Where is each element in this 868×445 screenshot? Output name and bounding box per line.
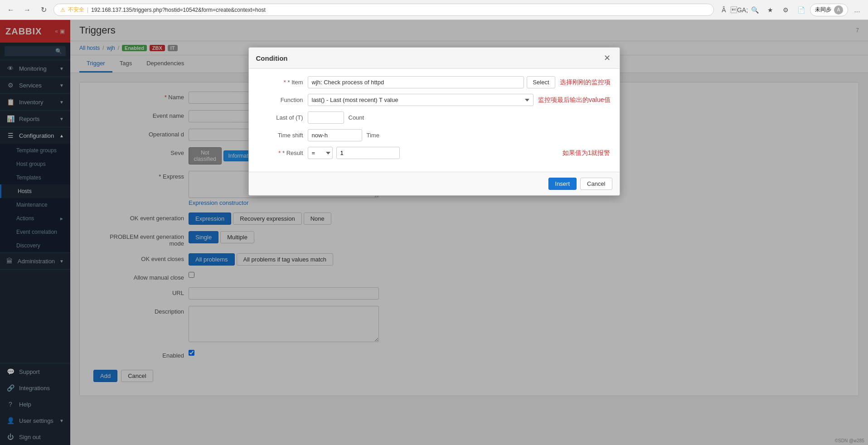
settings-btn[interactable]: ⚙ xyxy=(779,4,792,16)
forward-button[interactable]: → xyxy=(21,4,34,16)
modal-row-function: Function last() - Last (most recent) T v… xyxy=(258,94,611,106)
result-operator-select[interactable]: = < > <= >= ≠ xyxy=(308,147,333,159)
annotation-select: 选择刚刚的监控项 xyxy=(560,78,611,87)
item-input-wrap: Select xyxy=(308,76,555,88)
back-button[interactable]: ← xyxy=(5,4,17,16)
modal-cancel-button[interactable]: Cancel xyxy=(580,178,612,190)
modal-label-item: * * Item xyxy=(258,79,303,86)
translate-btn[interactable]: GA; xyxy=(733,4,746,16)
modal-label-result: * * Result xyxy=(258,150,303,156)
function-select[interactable]: last() - Last (most recent) T valueavg()… xyxy=(308,94,534,106)
count-label: Count xyxy=(349,114,364,121)
modal-label-last-of-t: Last of (T) xyxy=(258,114,303,121)
modal-body: * * Item Select 选择刚刚的监控项 Function last()… xyxy=(249,69,620,172)
modal-overlay: Condition ✕ * * Item Select 选择刚刚的监控项 Fun… xyxy=(0,20,868,445)
security-icon: ⚠ xyxy=(60,7,65,13)
result-wrap: = < > <= >= ≠ xyxy=(308,147,558,159)
search-btn[interactable]: 🔍 xyxy=(748,4,761,16)
time-label: Time xyxy=(367,132,379,139)
condition-modal: Condition ✕ * * Item Select 选择刚刚的监控项 Fun… xyxy=(248,47,620,196)
profile-label: 未同步 xyxy=(815,6,831,14)
item-input[interactable] xyxy=(308,76,524,88)
modal-title: Condition xyxy=(256,54,288,62)
browser-actions: Â GA; 🔍 ★ ⚙ 📄 未同步 A … xyxy=(718,4,863,16)
modal-row-item: * * Item Select 选择刚刚的监控项 xyxy=(258,76,611,88)
time-shift-input[interactable] xyxy=(308,129,362,141)
modal-row-time-shift: Time shift Time xyxy=(258,129,611,141)
annotation-function: 监控项最后输出的value值 xyxy=(538,96,610,104)
select-button[interactable]: Select xyxy=(527,76,555,88)
favorites-btn[interactable]: ★ xyxy=(764,4,776,16)
annotation-result: 如果值为1就报警 xyxy=(563,149,611,157)
collections-btn[interactable]: 📄 xyxy=(795,4,807,16)
url-text: 192.168.137.135/triggers.php?hostid=1054… xyxy=(91,7,707,13)
avatar: A xyxy=(834,5,843,15)
modal-label-time-shift: Time shift xyxy=(258,132,303,139)
reload-button[interactable]: ↻ xyxy=(37,4,50,16)
modal-header: Condition ✕ xyxy=(249,48,620,69)
reader-mode-btn[interactable]: Â xyxy=(718,4,730,16)
insert-button[interactable]: Insert xyxy=(548,178,577,190)
modal-row-result: * * Result = < > <= >= ≠ 如果值为1就报警 xyxy=(258,147,611,159)
modal-label-function: Function xyxy=(258,97,303,103)
browser-chrome: ← → ↻ ⚠ 不安全 | 192.168.137.135/triggers.p… xyxy=(0,0,868,20)
modal-footer: Insert Cancel xyxy=(249,172,620,195)
profile-button[interactable]: 未同步 A xyxy=(810,4,848,16)
more-btn[interactable]: … xyxy=(851,4,863,16)
address-bar[interactable]: ⚠ 不安全 | 192.168.137.135/triggers.php?hos… xyxy=(53,4,714,16)
modal-close-button[interactable]: ✕ xyxy=(602,53,612,63)
result-input[interactable] xyxy=(336,147,400,159)
modal-row-last-of-t: Last of (T) Count xyxy=(258,111,611,124)
security-label: 不安全 xyxy=(68,6,84,14)
last-of-t-input[interactable] xyxy=(308,111,344,124)
